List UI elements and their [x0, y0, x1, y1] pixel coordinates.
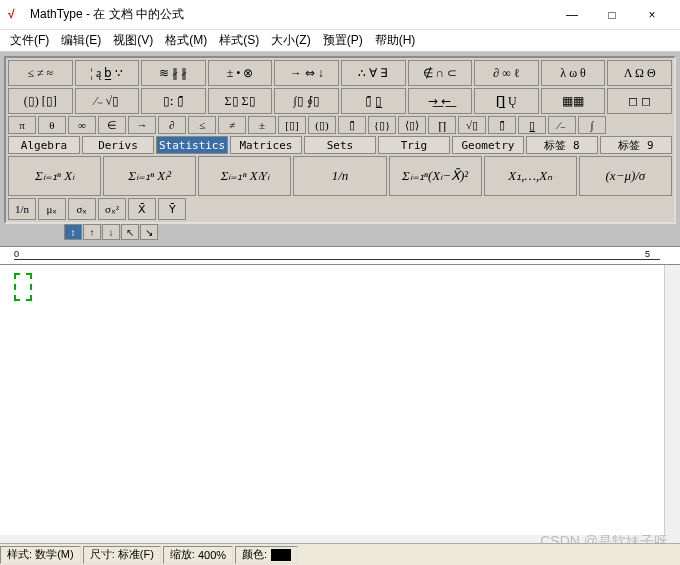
color-swatch[interactable] — [271, 549, 291, 561]
template-palette-5[interactable]: ▯̄ ▯̲ — [341, 88, 406, 114]
minimize-button[interactable]: — — [552, 1, 592, 29]
symbol-palette-0[interactable]: ≤ ≠ ≈ — [8, 60, 73, 86]
menu-bar: 文件(F) 编辑(E) 视图(V) 格式(M) 样式(S) 大小(Z) 预置(P… — [0, 30, 680, 52]
menu-edit[interactable]: 编辑(E) — [55, 30, 107, 51]
smallbar-1[interactable]: θ — [38, 116, 66, 134]
status-zoom-value[interactable]: 400% — [198, 549, 226, 561]
formula-sample-6[interactable]: (x−μ)/σ — [579, 156, 672, 196]
template-palette-4[interactable]: ∫▯ ∮▯ — [274, 88, 339, 114]
smallbar-2[interactable]: ∞ — [68, 116, 96, 134]
formula-mini-3[interactable]: σₓ² — [98, 198, 126, 220]
smallbar-8[interactable]: ± — [248, 116, 276, 134]
app-icon — [8, 7, 24, 23]
menu-preset[interactable]: 预置(P) — [317, 30, 369, 51]
formula-mini-2[interactable]: σₓ — [68, 198, 96, 220]
status-zoom-label: 缩放: — [170, 547, 195, 562]
symbol-palette-9[interactable]: Λ Ω Θ — [607, 60, 672, 86]
template-palette-0[interactable]: (▯) [▯] — [8, 88, 73, 114]
smallbar-9[interactable]: [▯] — [278, 116, 306, 134]
smallbar-18[interactable]: ⁄₋ — [548, 116, 576, 134]
tab-matrices[interactable]: Matrices — [230, 136, 302, 154]
smallbar-6[interactable]: ≤ — [188, 116, 216, 134]
menu-size[interactable]: 大小(Z) — [265, 30, 316, 51]
symbol-palette-2[interactable]: ≋ ∦ ∦ — [141, 60, 206, 86]
menu-style[interactable]: 样式(S) — [213, 30, 265, 51]
nav-arrow-0[interactable]: ↕ — [64, 224, 82, 240]
tab-geometry[interactable]: Geometry — [452, 136, 524, 154]
smallbar-12[interactable]: {▯} — [368, 116, 396, 134]
smallbar-4[interactable]: → — [128, 116, 156, 134]
nav-arrow-1[interactable]: ↑ — [83, 224, 101, 240]
formula-mini-4[interactable]: X̄ — [128, 198, 156, 220]
smallbar-7[interactable]: ≠ — [218, 116, 246, 134]
formula-mini-5[interactable]: Ȳ — [158, 198, 186, 220]
template-palette-3[interactable]: Σ▯ Σ▯ — [208, 88, 273, 114]
ruler-start: 0 — [14, 249, 19, 259]
template-palette-2[interactable]: ▯ː ▯̄ — [141, 88, 206, 114]
nav-arrow-2[interactable]: ↓ — [102, 224, 120, 240]
menu-format[interactable]: 格式(M) — [159, 30, 213, 51]
template-palette-9[interactable]: ◻ ◻ — [607, 88, 672, 114]
editor-area[interactable] — [0, 265, 680, 535]
formula-sample-4[interactable]: Σᵢ₌₁ⁿ(Xᵢ−X̄)² — [389, 156, 482, 196]
status-color-label: 颜色: — [242, 547, 267, 562]
menu-view[interactable]: 视图(V) — [107, 30, 159, 51]
tab-标签-9[interactable]: 标签 9 — [600, 136, 672, 154]
status-size-label: 尺寸: — [90, 547, 115, 562]
status-style-value[interactable]: 数学(M) — [35, 547, 74, 562]
symbol-palette-4[interactable]: → ⇔ ↓ — [274, 60, 339, 86]
symbol-palette-6[interactable]: ∉ ∩ ⊂ — [408, 60, 473, 86]
menu-help[interactable]: 帮助(H) — [369, 30, 422, 51]
tab-sets[interactable]: Sets — [304, 136, 376, 154]
nav-arrow-4[interactable]: ↘ — [140, 224, 158, 240]
symbol-palette-7[interactable]: ∂ ∞ ℓ — [474, 60, 539, 86]
smallbar-13[interactable]: ⟨▯⟩ — [398, 116, 426, 134]
status-style-label: 样式: — [7, 547, 32, 562]
insertion-cursor — [14, 273, 32, 301]
formula-sample-1[interactable]: Σᵢ₌₁ⁿ Xᵢ² — [103, 156, 196, 196]
ruler: 0 5 — [0, 247, 680, 265]
tab-derivs[interactable]: Derivs — [82, 136, 154, 154]
formula-mini-0[interactable]: 1/n — [8, 198, 36, 220]
close-button[interactable]: × — [632, 1, 672, 29]
tab-algebra[interactable]: Algebra — [8, 136, 80, 154]
smallbar-17[interactable]: ▯̲ — [518, 116, 546, 134]
tab-标签-8[interactable]: 标签 8 — [526, 136, 598, 154]
smallbar-0[interactable]: π — [8, 116, 36, 134]
status-bar: 样式: 数学(M) 尺寸: 标准(F) 缩放: 400% 颜色: — [0, 543, 680, 565]
smallbar-3[interactable]: ∈ — [98, 116, 126, 134]
symbol-palette-1[interactable]: ¦ ą b̲ ∵ — [75, 60, 140, 86]
tab-trig[interactable]: Trig — [378, 136, 450, 154]
vertical-scrollbar[interactable] — [664, 265, 680, 535]
formula-sample-2[interactable]: Σᵢ₌₁ⁿ XᵢYᵢ — [198, 156, 291, 196]
smallbar-19[interactable]: ∫ — [578, 116, 606, 134]
smallbar-11[interactable]: ▯̄ — [338, 116, 366, 134]
status-size-value[interactable]: 标准(F) — [118, 547, 154, 562]
smallbar-10[interactable]: (▯) — [308, 116, 336, 134]
formula-sample-5[interactable]: X₁,…,Xₙ — [484, 156, 577, 196]
smallbar-14[interactable]: ∏ — [428, 116, 456, 134]
formula-sample-3[interactable]: 1/n — [293, 156, 386, 196]
window-title: MathType - 在 文档 中的公式 — [30, 6, 552, 23]
smallbar-15[interactable]: √▯ — [458, 116, 486, 134]
symbol-palette-5[interactable]: ∴ ∀ ∃ — [341, 60, 406, 86]
template-palette-6[interactable]: →͟ ←͟ — [408, 88, 473, 114]
smallbar-16[interactable]: ▯̄ — [488, 116, 516, 134]
template-palette-8[interactable]: ▦▦ — [541, 88, 606, 114]
smallbar-5[interactable]: ∂ — [158, 116, 186, 134]
maximize-button[interactable]: □ — [592, 1, 632, 29]
template-palette-1[interactable]: ⁄₋ √▯ — [75, 88, 140, 114]
formula-mini-1[interactable]: μₓ — [38, 198, 66, 220]
template-palette-7[interactable]: ∏̲ Ų — [474, 88, 539, 114]
menu-file[interactable]: 文件(F) — [4, 30, 55, 51]
tab-statistics[interactable]: Statistics — [156, 136, 228, 154]
ruler-end: 5 — [645, 249, 650, 259]
symbol-palette-3[interactable]: ± • ⊗ — [208, 60, 273, 86]
nav-arrow-3[interactable]: ↖ — [121, 224, 139, 240]
formula-sample-0[interactable]: Σᵢ₌₁ⁿ Xᵢ — [8, 156, 101, 196]
symbol-palette-8[interactable]: λ ω θ — [541, 60, 606, 86]
